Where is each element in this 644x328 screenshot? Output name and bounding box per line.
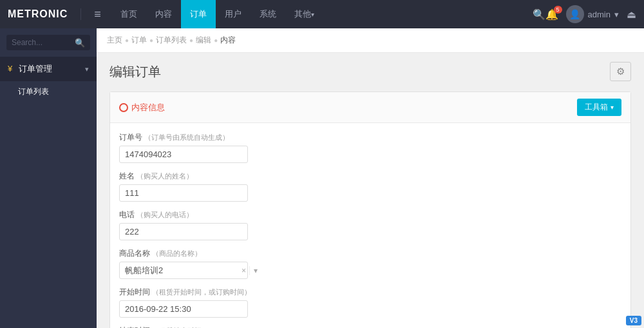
breadcrumb: 主页 ● 订单 ● 订单列表 ● 编辑 ● 内容 <box>97 28 644 53</box>
tools-button[interactable]: 工具箱 <box>577 99 621 116</box>
navbar-right: 🔔 5 👤 admin ▾ ⏏ <box>545 5 636 23</box>
page-title: 编辑订单 <box>109 63 161 81</box>
navbar: METRONIC ≡ 首页 内容 订单 用户 系统 其他 🔍 🔔 5 👤 adm… <box>0 0 644 28</box>
navbar-item-order[interactable]: 订单 <box>181 0 216 28</box>
brand: METRONIC <box>8 8 81 20</box>
navbar-item-home[interactable]: 首页 <box>111 0 146 28</box>
start-time-hint: （租赁开始时间，或订购时间） <box>152 288 251 296</box>
main-content: 主页 ● 订单 ● 订单列表 ● 编辑 ● 内容 编辑订单 ⚙ <box>97 28 644 328</box>
name-label: 姓名 （购买人的姓名） <box>119 171 621 182</box>
order-no-input[interactable] <box>119 146 248 163</box>
form-group-product: 商品名称 （商品的名称） × ▾ <box>119 248 621 279</box>
notification-bell[interactable]: 🔔 5 <box>545 8 558 21</box>
version-badge: V3 <box>626 316 641 325</box>
navbar-item-other[interactable]: 其他 <box>285 0 323 28</box>
navbar-menu: 首页 内容 订单 用户 系统 其他 <box>111 0 527 28</box>
breadcrumb-sep-3: ● <box>189 37 193 44</box>
page-header: 编辑订单 ⚙ <box>109 62 631 81</box>
form-group-order-no: 订单号 （订单号由系统自动生成） <box>119 132 621 163</box>
card-body: 订单号 （订单号由系统自动生成） 姓名 （购买人的姓名） <box>110 123 630 328</box>
sidebar-group-label: 订单管理 <box>19 64 52 73</box>
navbar-toggle[interactable]: ≡ <box>94 8 101 21</box>
order-no-hint: （订单号由系统自动生成） <box>144 133 229 141</box>
product-label: 商品名称 （商品的名称） <box>119 248 621 259</box>
user-arrow: ▾ <box>614 10 619 19</box>
circle-icon <box>119 103 128 112</box>
product-hint: （商品的名称） <box>152 249 202 257</box>
gear-icon: ⚙ <box>616 66 625 77</box>
breadcrumb-order-list[interactable]: 订单列表 <box>156 35 187 46</box>
phone-hint: （购买人的电话） <box>137 211 193 218</box>
form-group-phone: 电话 （购买人的电话） <box>119 209 621 240</box>
sidebar-item-order-list[interactable]: 订单列表 <box>0 81 97 102</box>
user-menu[interactable]: 👤 admin ▾ <box>566 5 619 23</box>
breadcrumb-current: 内容 <box>220 35 236 46</box>
form-group-name: 姓名 （购买人的姓名） <box>119 171 621 202</box>
breadcrumb-sep-1: ● <box>125 37 129 44</box>
product-clear-btn[interactable]: × <box>238 266 249 275</box>
name-hint: （购买人的姓名） <box>137 172 193 180</box>
sidebar-group-order[interactable]: ¥ 订单管理 ▾ <box>0 57 97 81</box>
gear-button[interactable]: ⚙ <box>610 62 631 81</box>
order-no-label: 订单号 （订单号由系统自动生成） <box>119 132 621 143</box>
main-card: 内容信息 工具箱 订单号 （订单号由系统自动生成） <box>109 92 631 328</box>
sidebar: 🔍 ¥ 订单管理 ▾ 订单列表 <box>0 28 97 328</box>
phone-label: 电话 （购买人的电话） <box>119 209 621 220</box>
name-input[interactable] <box>119 184 248 202</box>
sidebar-group-arrow: ▾ <box>85 65 89 73</box>
avatar: 👤 <box>566 5 584 23</box>
sidebar-submenu: 订单列表 <box>0 81 97 102</box>
notification-badge: 5 <box>554 6 562 14</box>
username: admin <box>588 10 611 19</box>
card-title: 内容信息 <box>119 102 165 113</box>
end-time-label: 结束时间 （租赁结束时间） <box>119 325 621 328</box>
form-group-start-time: 开始时间 （租赁开始时间，或订购时间） <box>119 287 621 318</box>
order-icon: ¥ <box>8 64 12 73</box>
breadcrumb-edit[interactable]: 编辑 <box>196 35 211 46</box>
breadcrumb-sep-2: ● <box>149 37 153 44</box>
breadcrumb-home[interactable]: 主页 <box>107 35 122 46</box>
start-time-input[interactable] <box>119 300 248 318</box>
navbar-search-icon[interactable]: 🔍 <box>533 8 545 21</box>
card-header: 内容信息 工具箱 <box>110 92 630 123</box>
content-wrapper: 编辑订单 ⚙ 内容信息 工具箱 <box>97 53 644 328</box>
product-arrow-btn[interactable]: ▾ <box>249 266 261 275</box>
phone-input[interactable] <box>119 223 248 240</box>
product-input[interactable] <box>120 262 238 278</box>
form-group-end-time: 结束时间 （租赁结束时间） <box>119 325 621 328</box>
card-title-label: 内容信息 <box>131 102 165 113</box>
layout: 🔍 ¥ 订单管理 ▾ 订单列表 主页 ● 订单 ● 订单列表 ● 编辑 <box>0 28 644 328</box>
breadcrumb-order[interactable]: 订单 <box>131 35 147 46</box>
logout-icon[interactable]: ⏏ <box>627 8 636 21</box>
start-time-label: 开始时间 （租赁开始时间，或订购时间） <box>119 287 621 298</box>
navbar-item-user[interactable]: 用户 <box>216 0 251 28</box>
breadcrumb-sep-4: ● <box>214 37 218 44</box>
navbar-item-content[interactable]: 内容 <box>146 0 181 28</box>
sidebar-search-icon: 🔍 <box>75 38 85 48</box>
sidebar-search-wrapper: 🔍 <box>0 28 97 57</box>
navbar-item-system[interactable]: 系统 <box>251 0 285 28</box>
sidebar-menu: ¥ 订单管理 ▾ 订单列表 <box>0 57 97 328</box>
product-select: × ▾ <box>119 262 248 279</box>
